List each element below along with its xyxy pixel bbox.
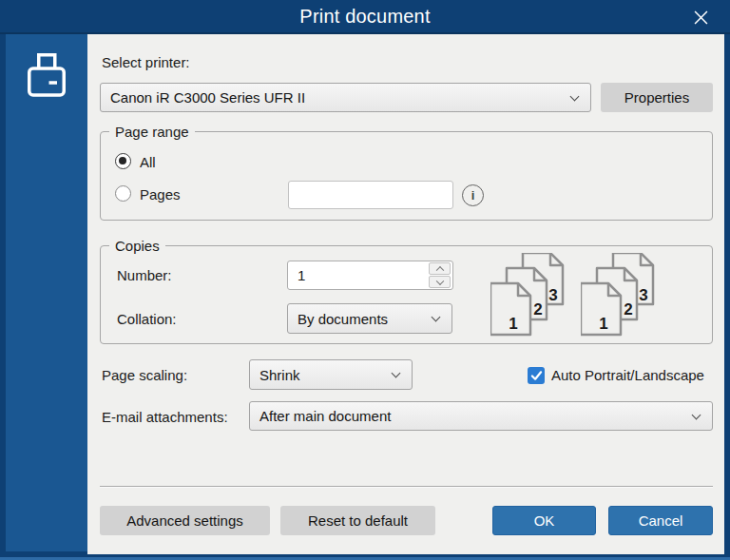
spinner-down-button[interactable] [429, 276, 451, 288]
auto-orientation-label[interactable]: Auto Portrait/Landscape [551, 367, 704, 383]
chevron-down-icon [432, 313, 441, 322]
checkmark-icon [530, 370, 543, 381]
chevron-down-icon [435, 277, 443, 284]
radio-all-label[interactable]: All [140, 154, 156, 170]
stack-page-number: 1 [599, 315, 607, 333]
select-printer-label: Select printer: [102, 54, 190, 70]
advanced-settings-button[interactable]: Advanced settings [100, 506, 270, 535]
email-attachments-select[interactable]: After main document [249, 401, 713, 431]
radio-pages[interactable] [115, 185, 131, 202]
collation-select-value: By documents [298, 311, 388, 327]
page-scaling-label: Page scaling: [102, 367, 187, 383]
info-icon[interactable]: i [462, 184, 484, 206]
close-icon [694, 10, 708, 25]
cancel-button-label: Cancel [639, 512, 683, 529]
email-attachments-select-value: After main document [259, 408, 391, 424]
cancel-button[interactable]: Cancel [608, 506, 713, 535]
spinner-up-button[interactable] [429, 262, 451, 275]
printer-icon [28, 53, 66, 98]
collation-select[interactable]: By documents [287, 303, 452, 334]
reset-to-default-label: Reset to default [308, 512, 408, 529]
copies-spinner [429, 262, 451, 288]
ok-button[interactable]: OK [492, 506, 596, 535]
stack-page-number: 2 [624, 300, 632, 319]
chevron-up-icon [435, 265, 443, 273]
printer-select-value: Canon iR C3000 Series UFR II [110, 89, 305, 106]
dialog-body: Select printer: Canon iR C3000 Series UF… [0, 34, 730, 560]
auto-orientation-checkbox[interactable] [528, 367, 545, 384]
stack-page-number: 1 [509, 315, 517, 333]
sidebar [6, 34, 87, 551]
info-icon-glyph: i [471, 188, 475, 203]
stack-page-number: 3 [548, 286, 557, 304]
titlebar[interactable]: Print document [0, 0, 730, 34]
dialog-title: Print document [299, 6, 430, 28]
stack-page-number: 2 [533, 300, 542, 319]
ok-button-label: OK [534, 512, 555, 529]
pages-input[interactable] [288, 181, 453, 209]
email-attachments-label: E-mail attachments: [102, 409, 228, 425]
page-scaling-select-value: Shrink [259, 367, 300, 383]
footer-separator [100, 486, 713, 487]
print-dialog: Print document Select printer: Canon iR … [0, 0, 730, 560]
page-stack-icon: 3 2 1 [490, 253, 567, 337]
collation-label: Collation: [117, 311, 177, 327]
stack-page-number: 3 [639, 286, 647, 304]
chevron-down-icon [692, 410, 701, 419]
page-scaling-select[interactable]: Shrink [249, 359, 413, 390]
reset-to-default-button[interactable]: Reset to default [280, 506, 435, 535]
copies-number-label: Number: [117, 267, 172, 283]
close-button[interactable] [684, 5, 717, 29]
content-panel: Select printer: Canon iR C3000 Series UF… [87, 34, 724, 554]
copies-legend: Copies [109, 238, 165, 254]
radio-all[interactable] [115, 153, 131, 169]
advanced-settings-label: Advanced settings [126, 512, 243, 529]
chevron-down-icon [392, 369, 401, 378]
properties-button-label: Properties [624, 89, 689, 106]
printer-select[interactable]: Canon iR C3000 Series UFR II [100, 83, 591, 112]
collation-illustration: 3 2 1 3 2 1 [490, 253, 657, 337]
radio-pages-label[interactable]: Pages [140, 186, 181, 203]
page-range-legend: Page range [109, 124, 195, 140]
chevron-down-icon [570, 91, 580, 101]
page-stack-icon: 3 2 1 [581, 253, 657, 337]
properties-button[interactable]: Properties [601, 83, 713, 112]
